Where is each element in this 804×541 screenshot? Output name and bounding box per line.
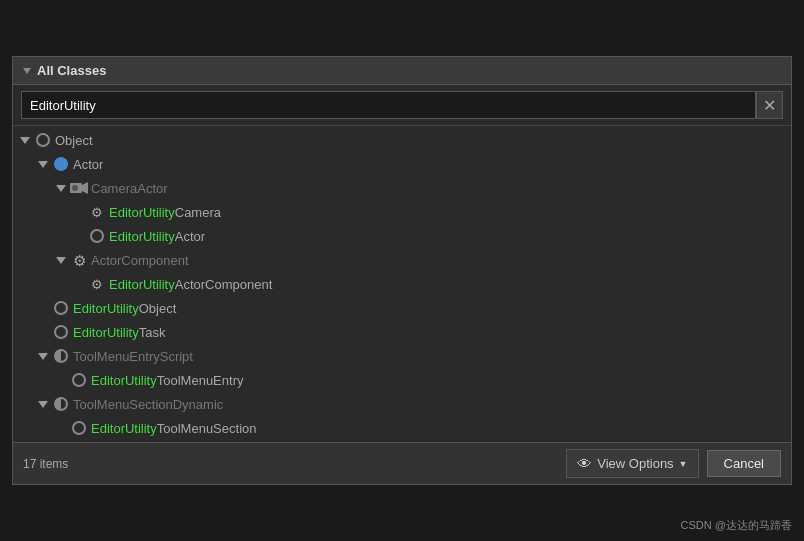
- title-expand-icon: [23, 68, 31, 74]
- tree-item[interactable]: Actor: [13, 152, 791, 176]
- view-options-button[interactable]: 👁 View Options ▼: [566, 449, 698, 478]
- tree-item[interactable]: EditorUtilityActor: [13, 224, 791, 248]
- tree-item[interactable]: CameraActor: [13, 176, 791, 200]
- dropdown-arrow-icon: ▼: [679, 459, 688, 469]
- footer: 17 items 👁 View Options ▼ Cancel: [13, 442, 791, 484]
- items-count: 17 items: [23, 457, 68, 471]
- class-picker-dialog: All Classes ✕ ObjectActorCameraActor⚙Edi…: [12, 56, 792, 485]
- tree-item[interactable]: EditorUtilityToolMenuEntry: [13, 368, 791, 392]
- tree-item[interactable]: ⚙ActorComponent: [13, 248, 791, 272]
- item-label: EditorUtilityTask: [73, 325, 165, 340]
- item-label: EditorUtilityToolMenuEntry: [91, 373, 243, 388]
- svg-marker-2: [82, 182, 88, 194]
- item-label: EditorUtilityCamera: [109, 205, 221, 220]
- footer-right: 👁 View Options ▼ Cancel: [566, 449, 781, 478]
- tree-item[interactable]: EditorUtilityTask: [13, 320, 791, 344]
- item-label: EditorUtilityActorComponent: [109, 277, 272, 292]
- tree-item[interactable]: ⚙EditorUtilityActorComponent: [13, 272, 791, 296]
- item-label: EditorUtilityToolMenuSection: [91, 421, 256, 436]
- item-label: Object: [55, 133, 93, 148]
- dialog-title: All Classes: [37, 63, 106, 78]
- cancel-button[interactable]: Cancel: [707, 450, 781, 477]
- svg-point-1: [72, 185, 78, 191]
- item-label: EditorUtilityActor: [109, 229, 205, 244]
- item-label: ToolMenuSectionDynamic: [73, 397, 223, 412]
- tree-item[interactable]: ⚙EditorUtilityCamera: [13, 200, 791, 224]
- tree-item[interactable]: EditorUtilityObject: [13, 296, 791, 320]
- class-tree: ObjectActorCameraActor⚙EditorUtilityCame…: [13, 126, 791, 442]
- search-bar: ✕: [13, 85, 791, 126]
- view-options-label: View Options: [597, 456, 673, 471]
- tree-item[interactable]: ToolMenuEntryScript: [13, 344, 791, 368]
- item-label: ActorComponent: [91, 253, 189, 268]
- eye-icon: 👁: [577, 455, 592, 472]
- search-clear-button[interactable]: ✕: [756, 91, 783, 119]
- item-label: ToolMenuEntryScript: [73, 349, 193, 364]
- tree-item[interactable]: EditorUtilityToolMenuSection: [13, 416, 791, 440]
- watermark: CSDN @达达的马蹄香: [681, 518, 792, 533]
- title-bar: All Classes: [13, 57, 791, 85]
- item-label: EditorUtilityObject: [73, 301, 176, 316]
- item-label: CameraActor: [91, 181, 168, 196]
- tree-item[interactable]: Object: [13, 128, 791, 152]
- search-input[interactable]: [21, 91, 756, 119]
- tree-item[interactable]: ToolMenuSectionDynamic: [13, 392, 791, 416]
- item-label: Actor: [73, 157, 103, 172]
